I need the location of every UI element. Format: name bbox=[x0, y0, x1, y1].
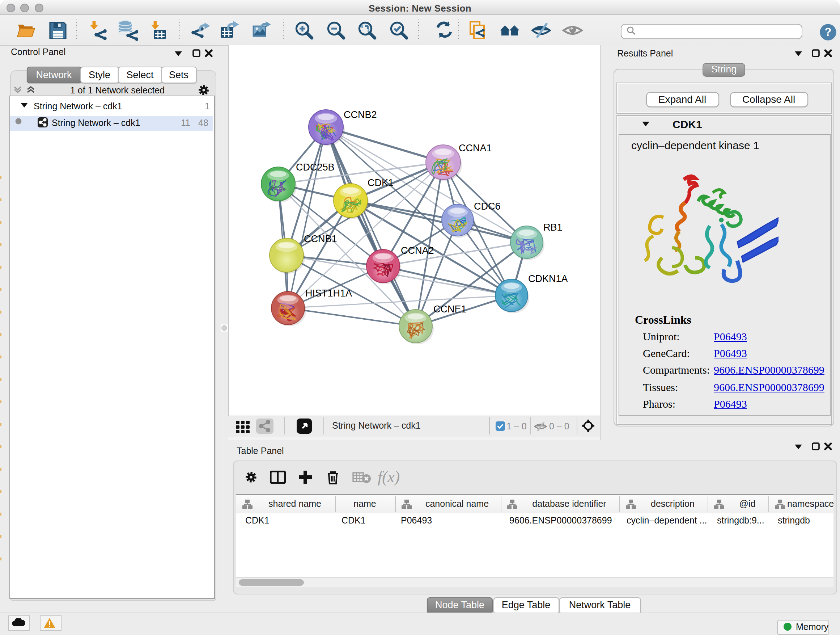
svg-text:CDKN1A: CDKN1A bbox=[528, 273, 568, 284]
svg-text:CCNB2: CCNB2 bbox=[344, 109, 377, 120]
svg-text:RB1: RB1 bbox=[543, 222, 562, 233]
svg-text:?: ? bbox=[825, 25, 832, 38]
svg-text:CDC25B: CDC25B bbox=[296, 162, 335, 172]
svg-text:CCNE1: CCNE1 bbox=[433, 303, 467, 314]
svg-text:CDK1: CDK1 bbox=[368, 177, 393, 188]
svg-text:CCNB1: CCNB1 bbox=[304, 233, 337, 244]
svg-text:CCNA2: CCNA2 bbox=[401, 245, 434, 256]
svg-text:CDC6: CDC6 bbox=[474, 201, 501, 211]
svg-text:HIST1H1A: HIST1H1A bbox=[305, 287, 352, 298]
svg-text:CCNA1: CCNA1 bbox=[459, 142, 492, 153]
